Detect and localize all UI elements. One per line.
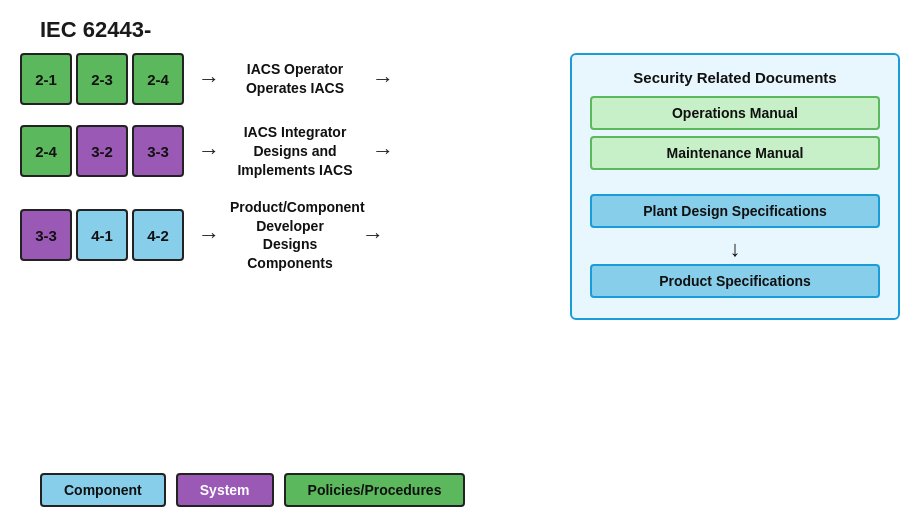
box-2-4-row1: 2-4 — [132, 53, 184, 105]
role-developer: Product/Component Developer Designs Comp… — [230, 198, 350, 274]
arrow-to-docs-row3: → — [362, 222, 384, 248]
security-box: Security Related Documents Operations Ma… — [570, 53, 900, 320]
left-section: 2-1 2-3 2-4 → IACS Operator Operates IAC… — [20, 53, 406, 273]
arrow-row1: → — [198, 66, 220, 92]
arrow-row3: → — [198, 222, 220, 248]
doc-plant-design: Plant Design Specifications — [590, 194, 880, 228]
arrow-to-docs-row1: → — [372, 66, 394, 92]
main-content: 2-1 2-3 2-4 → IACS Operator Operates IAC… — [20, 53, 900, 459]
legend-system: System — [176, 473, 274, 507]
box-2-1: 2-1 — [20, 53, 72, 105]
row-developer: 3-3 4-1 4-2 → Product/Component Develope… — [20, 198, 406, 274]
doc-separator — [590, 176, 880, 194]
doc-operations-manual: Operations Manual — [590, 96, 880, 130]
iec-title: IEC 62443- — [40, 17, 151, 43]
box-4-1: 4-1 — [76, 209, 128, 261]
row-integrator: 2-4 3-2 3-3 → IACS Integrator Designs an… — [20, 123, 406, 180]
box-2-3: 2-3 — [76, 53, 128, 105]
box-3-2: 3-2 — [76, 125, 128, 177]
box-3-3-row2: 3-3 — [132, 125, 184, 177]
legend-component: Component — [40, 473, 166, 507]
box-4-2: 4-2 — [132, 209, 184, 261]
role-operator: IACS Operator Operates IACS — [230, 60, 360, 98]
arrow-to-docs-row2: → — [372, 138, 394, 164]
security-title: Security Related Documents — [633, 69, 836, 86]
legend-policies: Policies/Procedures — [284, 473, 466, 507]
row3-boxes: 3-3 4-1 4-2 → Product/Component Develope… — [20, 198, 396, 274]
doc-maintenance-manual: Maintenance Manual — [590, 136, 880, 170]
down-arrow-icon: ↓ — [730, 238, 741, 260]
box-2-4-row2: 2-4 — [20, 125, 72, 177]
box-3-3-row3: 3-3 — [20, 209, 72, 261]
row2-boxes: 2-4 3-2 3-3 → IACS Integrator Designs an… — [20, 123, 406, 180]
row-operator: 2-1 2-3 2-4 → IACS Operator Operates IAC… — [20, 53, 406, 105]
arrow-row2: → — [198, 138, 220, 164]
legend: Component System Policies/Procedures — [40, 473, 465, 507]
diagram: IEC 62443- 2-1 2-3 2-4 → IACS Operator O… — [10, 7, 910, 517]
doc-product-specs: Product Specifications — [590, 264, 880, 298]
role-integrator: IACS Integrator Designs and Implements I… — [230, 123, 360, 180]
row1-boxes: 2-1 2-3 2-4 → IACS Operator Operates IAC… — [20, 53, 406, 105]
down-arrow-container: ↓ — [590, 238, 880, 260]
